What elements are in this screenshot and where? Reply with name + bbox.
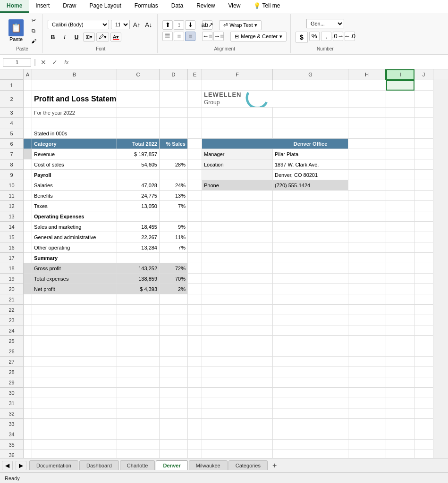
cell-G2[interactable] xyxy=(273,91,348,108)
cell-H33[interactable] xyxy=(348,419,386,429)
cell-E36[interactable] xyxy=(188,450,202,458)
row-header-22[interactable]: 22 xyxy=(0,305,23,315)
sheet-tab-milwaukee[interactable]: Milwaukee xyxy=(189,460,228,470)
cell-C11[interactable]: 24,775 xyxy=(117,191,160,201)
cell-B3[interactable]: For the year 2022 xyxy=(32,108,117,118)
cell-G36[interactable] xyxy=(273,450,348,458)
cell-J34[interactable] xyxy=(414,429,433,440)
cell-B34[interactable] xyxy=(32,429,117,440)
cell-H34[interactable] xyxy=(348,429,386,440)
cell-A36[interactable] xyxy=(24,450,32,458)
cell-C15[interactable]: 22,267 xyxy=(117,232,160,242)
cell-B20[interactable]: Net profit xyxy=(32,284,117,294)
currency-button[interactable]: $ xyxy=(296,32,308,43)
cell-E30[interactable] xyxy=(188,388,202,398)
cell-D27[interactable] xyxy=(160,357,188,367)
align-middle-button[interactable]: ↕ xyxy=(174,20,184,30)
cell-F32[interactable] xyxy=(202,408,273,419)
cell-E25[interactable] xyxy=(188,336,202,346)
row-header-3[interactable]: 3 xyxy=(0,108,23,118)
copy-button[interactable]: ⧉ xyxy=(28,26,39,35)
cell-I15[interactable] xyxy=(386,232,414,242)
cell-B9[interactable]: Payroll xyxy=(32,170,117,180)
cell-I17[interactable] xyxy=(386,253,414,263)
cell-E26[interactable] xyxy=(188,346,202,357)
cell-F31[interactable] xyxy=(202,398,273,408)
cell-E18[interactable] xyxy=(188,263,202,274)
cell-C33[interactable] xyxy=(117,419,160,429)
cell-F29[interactable] xyxy=(202,377,273,388)
col-header-E[interactable]: E xyxy=(188,69,202,80)
cell-B12[interactable]: Taxes xyxy=(32,201,117,211)
cell-E1[interactable] xyxy=(188,80,202,91)
cell-I18[interactable] xyxy=(386,263,414,274)
col-header-D[interactable]: D xyxy=(160,69,188,80)
cell-A5[interactable] xyxy=(24,128,32,139)
sheet-tab-dashboard[interactable]: Dashboard xyxy=(79,460,119,470)
cell-J27[interactable] xyxy=(414,357,433,367)
cell-J31[interactable] xyxy=(414,398,433,408)
sheet-nav-left-button[interactable]: ◀ xyxy=(2,461,13,470)
cell-E32[interactable] xyxy=(188,408,202,419)
cell-B15[interactable]: General and administrative xyxy=(32,232,117,242)
cell-C28[interactable] xyxy=(117,367,160,377)
row-header-29[interactable]: 29 xyxy=(0,377,23,388)
number-format-dropdown[interactable]: Gen... xyxy=(306,19,344,28)
cell-E5[interactable] xyxy=(188,128,202,139)
row-header-15[interactable]: 15 xyxy=(0,232,23,242)
cell-G23[interactable] xyxy=(273,315,348,325)
cell-H29[interactable] xyxy=(348,377,386,388)
cell-G16[interactable] xyxy=(273,242,348,253)
cell-J26[interactable] xyxy=(414,346,433,357)
cell-reference-box[interactable] xyxy=(3,58,31,67)
cell-B33[interactable] xyxy=(32,419,117,429)
cell-D10[interactable]: 24% xyxy=(160,180,188,191)
cell-B25[interactable] xyxy=(32,336,117,346)
cell-G19[interactable] xyxy=(273,274,348,284)
cell-H18[interactable] xyxy=(348,263,386,274)
cell-E29[interactable] xyxy=(188,377,202,388)
cell-C4[interactable] xyxy=(117,118,160,128)
cell-C30[interactable] xyxy=(117,388,160,398)
cell-A11[interactable] xyxy=(24,191,32,201)
cell-A26[interactable] xyxy=(24,346,32,357)
border-button[interactable]: ⊞▾ xyxy=(83,33,95,42)
cell-J35[interactable] xyxy=(414,440,433,450)
cell-D23[interactable] xyxy=(160,315,188,325)
cell-D7[interactable] xyxy=(160,149,188,159)
cell-G30[interactable] xyxy=(273,388,348,398)
cell-B30[interactable] xyxy=(32,388,117,398)
row-header-26[interactable]: 26 xyxy=(0,346,23,357)
cell-F35[interactable] xyxy=(202,440,273,450)
row-header-25[interactable]: 25 xyxy=(0,336,23,346)
tab-insert[interactable]: Insert xyxy=(29,0,56,13)
cell-H2[interactable] xyxy=(348,91,386,108)
cell-J13[interactable] xyxy=(414,211,433,222)
cell-C13[interactable] xyxy=(117,211,160,222)
row-header-5[interactable]: 5 xyxy=(0,128,23,139)
cell-B1[interactable] xyxy=(32,80,117,91)
cell-A2[interactable] xyxy=(24,91,32,108)
cell-H20[interactable] xyxy=(348,284,386,294)
sheet-tab-denver[interactable]: Denver xyxy=(156,460,187,470)
cell-G18[interactable] xyxy=(273,263,348,274)
cell-F13[interactable] xyxy=(202,211,273,222)
cell-E19[interactable] xyxy=(188,274,202,284)
cell-H3[interactable] xyxy=(348,108,386,118)
col-header-B[interactable]: B xyxy=(32,69,117,80)
cell-C12[interactable]: 13,050 xyxy=(117,201,160,211)
cell-G7[interactable]: Pilar Plata xyxy=(273,149,348,159)
cell-J11[interactable] xyxy=(414,191,433,201)
cell-A8[interactable] xyxy=(24,159,32,170)
cell-E16[interactable] xyxy=(188,242,202,253)
cell-A16[interactable] xyxy=(24,242,32,253)
row-header-28[interactable]: 28 xyxy=(0,367,23,377)
cell-D25[interactable] xyxy=(160,336,188,346)
row-header-30[interactable]: 30 xyxy=(0,388,23,398)
percent-button[interactable]: % xyxy=(309,32,320,41)
cell-D30[interactable] xyxy=(160,388,188,398)
cell-I2[interactable] xyxy=(386,91,414,108)
cell-C32[interactable] xyxy=(117,408,160,419)
row-header-27[interactable]: 27 xyxy=(0,357,23,367)
cell-E11[interactable] xyxy=(188,191,202,201)
